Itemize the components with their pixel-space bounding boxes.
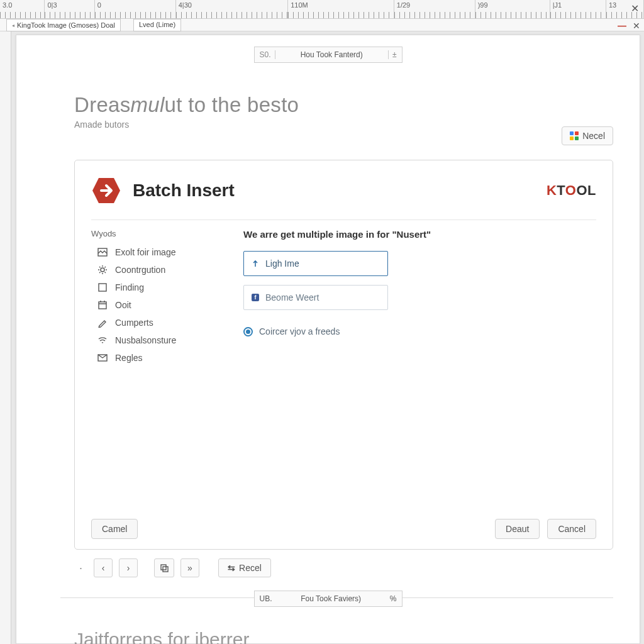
document-title: Dreasmulut to the besto	[74, 93, 640, 117]
pill-trail: ±	[388, 50, 397, 59]
window-close-icon[interactable]: ✕	[633, 21, 640, 31]
sidebar: Wyods Exolt foir image Coontrgution Find…	[91, 229, 230, 499]
panel-title: Batch Insert	[133, 180, 235, 201]
window-minimize-icon[interactable]: —	[618, 21, 626, 31]
pager-copy-icon[interactable]	[154, 558, 174, 577]
sidebar-item-regles[interactable]: Regles	[91, 349, 230, 367]
mail-icon	[97, 353, 108, 363]
color-grid-icon	[570, 131, 579, 140]
sidebar-item-ooit[interactable]: Ooit	[91, 296, 230, 314]
document-tab-second[interactable]: Lved (Lime)	[133, 19, 181, 31]
arrow-up-icon	[252, 260, 259, 267]
wifi-icon	[97, 335, 108, 345]
svg-rect-3	[99, 284, 106, 291]
header-field-pill[interactable]: S0. Hou Took Fanterd) ±	[254, 47, 402, 63]
swap-icon: ⇆	[228, 563, 235, 573]
sidebar-item-finding[interactable]: Finding	[91, 279, 230, 296]
calendar-icon	[97, 300, 108, 310]
pill-label: Hou Took Fanterd)	[301, 50, 363, 59]
svg-point-2	[101, 268, 104, 272]
radio-checked-icon	[243, 327, 253, 336]
pill-label: Fou Took Faviers)	[301, 594, 361, 603]
pill-trail: %	[390, 594, 397, 603]
pager-recel-button[interactable]: ⇆ Recel	[218, 558, 271, 577]
pager-prev[interactable]: ‹	[94, 558, 113, 577]
sidebar-header: Wyods	[91, 229, 230, 238]
svg-rect-7	[163, 567, 168, 572]
arrow-hex-icon	[91, 175, 121, 206]
square-badge-icon: f	[252, 294, 259, 301]
pill-lead: S0.	[260, 50, 275, 59]
ruler-left	[0, 31, 11, 644]
settings-icon	[97, 265, 108, 275]
option-beome-weert[interactable]: f Beome Weert	[243, 285, 388, 310]
necel-button[interactable]: Necel	[562, 126, 613, 145]
radio-coircer[interactable]: Coircer vjov a freeds	[243, 326, 596, 336]
sidebar-item-exolt[interactable]: Exolt foir image	[91, 243, 230, 261]
close-icon[interactable]: ✕	[631, 3, 639, 14]
pill-lead: UB.	[260, 594, 272, 603]
svg-rect-6	[161, 565, 166, 570]
square-icon	[97, 282, 108, 292]
document-page: S0. Hou Took Fanterd) ± Dreasmulut to th…	[16, 35, 640, 644]
cancel-button[interactable]: Cancel	[547, 519, 596, 539]
image-box-icon	[97, 247, 108, 257]
main-heading: We arre get multiple image in for "Nuser…	[243, 229, 596, 240]
batch-insert-panel: Batch Insert KTOOL Wyods Exolt foir imag…	[74, 160, 613, 550]
pager: · ‹ › » ⇆ Recel	[74, 558, 271, 577]
document-tab-main[interactable]: ◂ KingTook Image (Gmoses) Doal	[6, 19, 121, 31]
sidebar-item-coontrgution[interactable]: Coontrgution	[91, 261, 230, 279]
document-subtitle: Amade butors	[74, 119, 640, 130]
option-ligh-ime[interactable]: Ligh Ime	[243, 251, 388, 276]
footer-field-pill[interactable]: UB. Fou Took Faviers) %	[254, 591, 402, 607]
brand-logo: KTOOL	[547, 182, 596, 199]
pager-fast-forward[interactable]: »	[180, 558, 199, 577]
camel-button[interactable]: Camel	[91, 519, 138, 539]
ruler-top: 3.0 0|3 0 4|30 110M 1/29 )99 |J1 13 ✕	[0, 0, 644, 19]
sidebar-item-cumperts[interactable]: Cumperts	[91, 314, 230, 331]
panel-main: We arre get multiple image in for "Nuser…	[230, 229, 596, 499]
svg-rect-4	[99, 302, 106, 309]
edit-icon	[97, 318, 108, 328]
deaut-button[interactable]: Deaut	[495, 519, 540, 539]
pager-next[interactable]: ›	[119, 558, 138, 577]
pager-dot: ·	[74, 558, 87, 577]
sidebar-item-nusbalsonsture[interactable]: Nusbalsonsture	[91, 331, 230, 349]
footer-heading: Jaitforrens for iberrer	[74, 629, 249, 644]
